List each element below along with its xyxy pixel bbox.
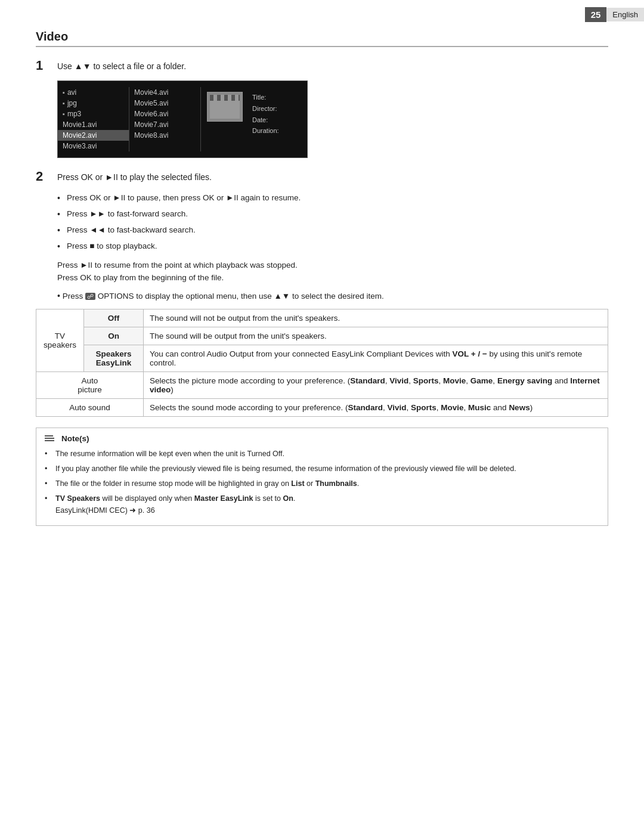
file-item-movie7[interactable]: Movie7.avi — [129, 119, 200, 130]
bullet-pause: • Press OK or ►II to pause, then press O… — [57, 192, 608, 205]
clapboard-icon — [210, 95, 240, 119]
file-item-movie6[interactable]: Movie6.avi — [129, 109, 200, 119]
file-item-avi[interactable]: ▪ avi — [58, 87, 129, 98]
table-row-on: On The sound will be output from the uni… — [36, 327, 608, 345]
step-1-number: 1 — [36, 58, 54, 73]
table-row-auto-picture: Autopicture Selects the picture mode acc… — [36, 371, 608, 398]
note-item-3: The file or the folder in resume stop mo… — [45, 478, 599, 490]
bullet-stop: • Press ■ to stop playback. — [57, 240, 608, 253]
file-item-movie1[interactable]: Movie1.avi — [58, 119, 129, 130]
step-2: 2 Press OK or ►II to play the selected f… — [36, 169, 608, 184]
notes-icon — [45, 435, 54, 441]
meta-duration: Duration: — [252, 125, 311, 137]
options-table: TVspeakers Off The sound will not be out… — [36, 309, 608, 417]
table-row-auto-sound: Auto sound Selects the sound mode accord… — [36, 398, 608, 416]
file-item-movie5[interactable]: Movie5.avi — [129, 98, 200, 109]
step-1: 1 Use ▲▼ to select a file or a folder. — [36, 58, 608, 73]
page-language: English — [606, 8, 644, 21]
meta-title: Title: — [252, 92, 311, 103]
option-easylink: SpeakersEasyLink — [84, 345, 144, 371]
file-col-1: ▪ avi ▪ jpg ▪ mp3 Movie1.avi Movie2.avi … — [58, 87, 129, 151]
file-item-mp3[interactable]: ▪ mp3 — [58, 109, 129, 119]
option-off: Off — [84, 309, 144, 327]
file-col-2: Movie4.avi Movie5.avi Movie6.avi Movie7.… — [129, 87, 201, 151]
folder-icon: ▪ — [63, 110, 65, 117]
note-item-4: TV Speakers will be displayed only when … — [45, 493, 599, 516]
notes-title: Note(s) — [61, 434, 89, 443]
notes-header: Note(s) — [45, 434, 599, 443]
step-2-text: Press OK or ►II to play the selected fil… — [57, 169, 212, 184]
desc-easylink: You can control Audio Output from your c… — [144, 345, 608, 371]
bullet-rew: • Press ◄◄ to fast-backward search. — [57, 224, 608, 237]
file-item-movie2[interactable]: Movie2.avi — [58, 130, 129, 141]
auto-picture-header: Autopicture — [36, 371, 144, 398]
step-2-number: 2 — [36, 169, 54, 184]
note-item-2: If you play another file while the previ… — [45, 463, 599, 475]
desc-auto-sound: Selects the sound mode according to your… — [144, 398, 608, 416]
file-metadata: Title: Director: Date: Duration: — [249, 87, 314, 151]
desc-auto-picture: Selects the picture mode according to yo… — [144, 371, 608, 398]
file-item-movie3[interactable]: Movie3.avi — [58, 141, 129, 151]
options-bullet: • Press ☍ OPTIONS to display the optiona… — [57, 289, 608, 303]
folder-icon: ▪ — [63, 89, 65, 96]
desc-on: The sound will be output from the unit's… — [144, 327, 608, 345]
file-item-movie4[interactable]: Movie4.avi — [129, 87, 200, 98]
section-title: Video — [36, 30, 608, 47]
file-thumbnail — [201, 87, 249, 151]
auto-sound-header: Auto sound — [36, 398, 144, 416]
resume-text: Press ►II to resume from the point at wh… — [57, 259, 608, 284]
notes-list: The resume information will be kept even… — [45, 448, 599, 516]
resume-line1: Press ►II to resume from the point at wh… — [57, 261, 298, 270]
file-item-movie8[interactable]: Movie8.avi — [129, 130, 200, 141]
tv-speakers-header: TVspeakers — [36, 309, 84, 371]
step-1-text: Use ▲▼ to select a file or a folder. — [57, 58, 186, 73]
file-item-jpg[interactable]: ▪ jpg — [58, 98, 129, 109]
file-browser: ▪ avi ▪ jpg ▪ mp3 Movie1.avi Movie2.avi … — [57, 80, 308, 158]
page-number: 25 — [585, 7, 607, 22]
resume-line2: Press OK to play from the beginning of t… — [57, 273, 224, 282]
folder-icon: ▪ — [63, 100, 65, 107]
thumbnail-image — [207, 92, 243, 122]
page-badge: 25 English — [585, 7, 644, 22]
bullet-ff: • Press ►► to fast-forward search. — [57, 208, 608, 221]
notes-box: Note(s) The resume information will be k… — [36, 428, 608, 526]
table-row-off: TVspeakers Off The sound will not be out… — [36, 309, 608, 327]
meta-director: Director: — [252, 103, 311, 114]
note-item-1: The resume information will be kept even… — [45, 448, 599, 460]
option-on: On — [84, 327, 144, 345]
playback-bullets: • Press OK or ►II to pause, then press O… — [57, 192, 608, 253]
table-row-easylink: SpeakersEasyLink You can control Audio O… — [36, 345, 608, 371]
desc-off: The sound will not be output from the un… — [144, 309, 608, 327]
meta-date: Date: — [252, 114, 311, 126]
